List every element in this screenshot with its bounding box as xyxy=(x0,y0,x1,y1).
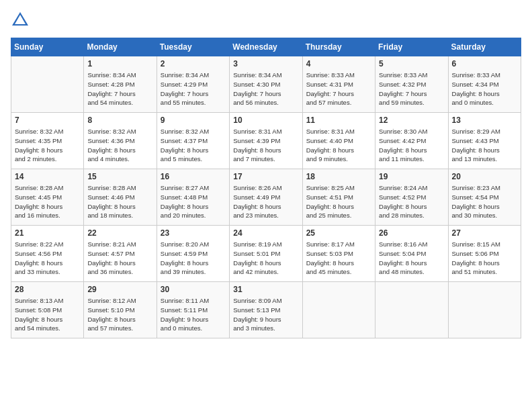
day-info: Sunrise: 8:15 AM Sunset: 5:06 PM Dayligh… xyxy=(452,240,517,277)
day-number: 7 xyxy=(15,116,80,125)
day-info: Sunrise: 8:34 AM Sunset: 4:28 PM Dayligh… xyxy=(87,71,152,107)
day-info: Sunrise: 8:31 AM Sunset: 4:40 PM Dayligh… xyxy=(306,127,371,164)
day-number: 19 xyxy=(379,172,444,181)
calendar-week-row: 21Sunrise: 8:22 AM Sunset: 4:56 PM Dayli… xyxy=(11,226,521,282)
day-info: Sunrise: 8:22 AM Sunset: 4:56 PM Dayligh… xyxy=(15,240,80,277)
day-info: Sunrise: 8:21 AM Sunset: 4:57 PM Dayligh… xyxy=(87,240,152,277)
day-number: 21 xyxy=(15,228,80,238)
calendar-cell: 20Sunrise: 8:23 AM Sunset: 4:54 PM Dayli… xyxy=(448,169,521,226)
day-number: 17 xyxy=(233,172,298,181)
day-info: Sunrise: 8:28 AM Sunset: 4:45 PM Dayligh… xyxy=(15,183,80,220)
day-info: Sunrise: 8:30 AM Sunset: 4:42 PM Dayligh… xyxy=(379,127,444,164)
day-info: Sunrise: 8:24 AM Sunset: 4:52 PM Dayligh… xyxy=(379,183,444,220)
calendar-cell: 23Sunrise: 8:20 AM Sunset: 4:59 PM Dayli… xyxy=(157,226,229,282)
calendar-cell: 10Sunrise: 8:31 AM Sunset: 4:39 PM Dayli… xyxy=(230,113,302,169)
col-header-monday: Monday xyxy=(84,38,157,56)
calendar-week-row: 14Sunrise: 8:28 AM Sunset: 4:45 PM Dayli… xyxy=(11,169,521,226)
calendar-cell: 7Sunrise: 8:32 AM Sunset: 4:35 PM Daylig… xyxy=(11,113,84,169)
day-number: 22 xyxy=(87,228,152,238)
day-number: 4 xyxy=(306,59,371,68)
day-info: Sunrise: 8:11 AM Sunset: 5:11 PM Dayligh… xyxy=(161,296,226,333)
col-header-sunday: Sunday xyxy=(11,38,84,56)
day-info: Sunrise: 8:33 AM Sunset: 4:32 PM Dayligh… xyxy=(379,71,444,107)
calendar-cell: 26Sunrise: 8:16 AM Sunset: 5:04 PM Dayli… xyxy=(375,226,448,282)
day-info: Sunrise: 8:13 AM Sunset: 5:08 PM Dayligh… xyxy=(15,296,80,333)
col-header-thursday: Thursday xyxy=(302,38,375,56)
day-info: Sunrise: 8:32 AM Sunset: 4:35 PM Dayligh… xyxy=(15,127,80,164)
calendar-week-row: 1Sunrise: 8:34 AM Sunset: 4:28 PM Daylig… xyxy=(11,56,521,113)
day-info: Sunrise: 8:29 AM Sunset: 4:43 PM Dayligh… xyxy=(452,127,517,164)
day-number: 20 xyxy=(452,172,517,181)
day-info: Sunrise: 8:32 AM Sunset: 4:37 PM Dayligh… xyxy=(161,127,226,164)
day-number: 11 xyxy=(306,116,371,125)
day-info: Sunrise: 8:09 AM Sunset: 5:13 PM Dayligh… xyxy=(233,296,298,333)
calendar-cell xyxy=(11,56,84,113)
calendar-cell xyxy=(448,282,521,338)
day-number: 25 xyxy=(306,228,371,238)
day-info: Sunrise: 8:34 AM Sunset: 4:29 PM Dayligh… xyxy=(161,71,226,107)
calendar-cell: 2Sunrise: 8:34 AM Sunset: 4:29 PM Daylig… xyxy=(157,56,229,113)
day-number: 30 xyxy=(161,285,226,294)
day-info: Sunrise: 8:12 AM Sunset: 5:10 PM Dayligh… xyxy=(87,296,152,333)
day-number: 31 xyxy=(233,285,298,294)
day-number: 6 xyxy=(452,59,517,68)
day-number: 10 xyxy=(233,116,298,125)
calendar-cell: 1Sunrise: 8:34 AM Sunset: 4:28 PM Daylig… xyxy=(84,56,157,113)
day-info: Sunrise: 8:27 AM Sunset: 4:48 PM Dayligh… xyxy=(161,183,226,220)
day-info: Sunrise: 8:20 AM Sunset: 4:59 PM Dayligh… xyxy=(161,240,226,277)
day-number: 29 xyxy=(87,285,152,294)
day-number: 23 xyxy=(161,228,226,238)
day-number: 24 xyxy=(233,228,298,238)
calendar-cell xyxy=(375,282,448,338)
calendar-cell: 17Sunrise: 8:26 AM Sunset: 4:49 PM Dayli… xyxy=(230,169,302,226)
calendar-cell: 12Sunrise: 8:30 AM Sunset: 4:42 PM Dayli… xyxy=(375,113,448,169)
calendar-cell xyxy=(302,282,375,338)
logo xyxy=(11,11,32,30)
day-info: Sunrise: 8:19 AM Sunset: 5:01 PM Dayligh… xyxy=(233,240,298,277)
calendar-week-row: 7Sunrise: 8:32 AM Sunset: 4:35 PM Daylig… xyxy=(11,113,521,169)
day-info: Sunrise: 8:26 AM Sunset: 4:49 PM Dayligh… xyxy=(233,183,298,220)
calendar-cell: 27Sunrise: 8:15 AM Sunset: 5:06 PM Dayli… xyxy=(448,226,521,282)
logo-icon xyxy=(11,11,30,30)
day-number: 3 xyxy=(233,59,298,68)
calendar-cell: 14Sunrise: 8:28 AM Sunset: 4:45 PM Dayli… xyxy=(11,169,84,226)
calendar-cell: 18Sunrise: 8:25 AM Sunset: 4:51 PM Dayli… xyxy=(302,169,375,226)
calendar-cell: 9Sunrise: 8:32 AM Sunset: 4:37 PM Daylig… xyxy=(157,113,229,169)
day-number: 26 xyxy=(379,228,444,238)
calendar-cell: 31Sunrise: 8:09 AM Sunset: 5:13 PM Dayli… xyxy=(230,282,302,338)
day-number: 8 xyxy=(87,116,152,125)
day-number: 28 xyxy=(15,285,80,294)
calendar-cell: 21Sunrise: 8:22 AM Sunset: 4:56 PM Dayli… xyxy=(11,226,84,282)
day-number: 2 xyxy=(161,59,226,68)
day-info: Sunrise: 8:33 AM Sunset: 4:34 PM Dayligh… xyxy=(452,71,517,107)
calendar-cell: 25Sunrise: 8:17 AM Sunset: 5:03 PM Dayli… xyxy=(302,226,375,282)
day-number: 13 xyxy=(452,116,517,125)
day-info: Sunrise: 8:34 AM Sunset: 4:30 PM Dayligh… xyxy=(233,71,298,107)
calendar-cell: 6Sunrise: 8:33 AM Sunset: 4:34 PM Daylig… xyxy=(448,56,521,113)
day-number: 14 xyxy=(15,172,80,181)
day-info: Sunrise: 8:25 AM Sunset: 4:51 PM Dayligh… xyxy=(306,183,371,220)
calendar-cell: 19Sunrise: 8:24 AM Sunset: 4:52 PM Dayli… xyxy=(375,169,448,226)
day-number: 27 xyxy=(452,228,517,238)
calendar-cell: 29Sunrise: 8:12 AM Sunset: 5:10 PM Dayli… xyxy=(84,282,157,338)
calendar-cell: 28Sunrise: 8:13 AM Sunset: 5:08 PM Dayli… xyxy=(11,282,84,338)
day-info: Sunrise: 8:17 AM Sunset: 5:03 PM Dayligh… xyxy=(306,240,371,277)
col-header-friday: Friday xyxy=(375,38,448,56)
col-header-saturday: Saturday xyxy=(448,38,521,56)
calendar-cell: 30Sunrise: 8:11 AM Sunset: 5:11 PM Dayli… xyxy=(157,282,229,338)
day-number: 15 xyxy=(87,172,152,181)
col-header-tuesday: Tuesday xyxy=(157,38,229,56)
calendar-cell: 16Sunrise: 8:27 AM Sunset: 4:48 PM Dayli… xyxy=(157,169,229,226)
day-info: Sunrise: 8:23 AM Sunset: 4:54 PM Dayligh… xyxy=(452,183,517,220)
calendar-cell: 24Sunrise: 8:19 AM Sunset: 5:01 PM Dayli… xyxy=(230,226,302,282)
calendar-cell: 3Sunrise: 8:34 AM Sunset: 4:30 PM Daylig… xyxy=(230,56,302,113)
calendar-cell: 5Sunrise: 8:33 AM Sunset: 4:32 PM Daylig… xyxy=(375,56,448,113)
calendar-cell: 11Sunrise: 8:31 AM Sunset: 4:40 PM Dayli… xyxy=(302,113,375,169)
page-header xyxy=(11,11,521,30)
day-info: Sunrise: 8:16 AM Sunset: 5:04 PM Dayligh… xyxy=(379,240,444,277)
calendar-cell: 22Sunrise: 8:21 AM Sunset: 4:57 PM Dayli… xyxy=(84,226,157,282)
calendar-cell: 8Sunrise: 8:32 AM Sunset: 4:36 PM Daylig… xyxy=(84,113,157,169)
calendar-week-row: 28Sunrise: 8:13 AM Sunset: 5:08 PM Dayli… xyxy=(11,282,521,338)
day-number: 18 xyxy=(306,172,371,181)
day-number: 16 xyxy=(161,172,226,181)
